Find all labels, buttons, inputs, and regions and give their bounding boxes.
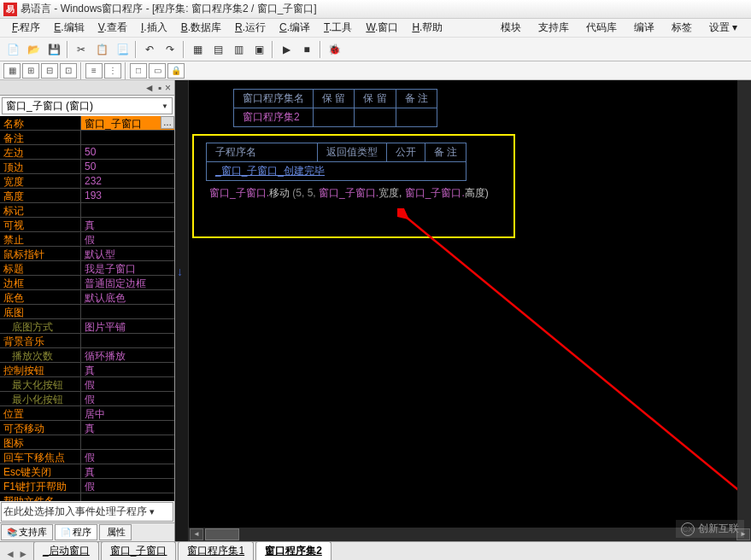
subroutine-name-cell[interactable]: _窗口_子窗口_创建完毕: [207, 162, 466, 181]
prop-value[interactable]: 193: [81, 189, 174, 202]
prop-row-回车下移焦点[interactable]: 回车下移焦点假: [0, 450, 174, 464]
prop-value[interactable]: 真: [81, 421, 174, 435]
code-editor[interactable]: ↓ 窗口程序集名保 留保 留备 注 窗口程序集2 子程序名返回值类型公开备 注 …: [175, 80, 751, 541]
prop-value[interactable]: [81, 435, 174, 449]
prop-row-F1键打开帮助[interactable]: F1键打开帮助假: [0, 479, 174, 493]
layout4-button[interactable]: ▣: [249, 40, 268, 59]
prop-row-高度[interactable]: 高度193: [0, 189, 174, 203]
prop-value[interactable]: 假: [81, 232, 174, 246]
editor-tab-_启动窗口[interactable]: _启动窗口: [33, 541, 99, 560]
copy-button[interactable]: 📋: [92, 40, 111, 59]
assembly-name-cell[interactable]: 窗口程序集2: [234, 108, 314, 127]
prop-value[interactable]: 假: [81, 450, 174, 464]
prop-value[interactable]: 我是子窗口: [81, 261, 174, 275]
prop-row-背景音乐[interactable]: 背景音乐: [0, 334, 174, 348]
tool-align2[interactable]: ⊟: [41, 63, 58, 79]
panel-close-icon[interactable]: ×: [163, 82, 173, 94]
horizontal-scrollbar[interactable]: ◄ ►: [189, 528, 751, 541]
prop-row-禁止[interactable]: 禁止假: [0, 232, 174, 247]
prop-value[interactable]: 真: [81, 464, 174, 478]
panel-prev-icon[interactable]: ◄: [143, 82, 156, 94]
editor-tab-窗口程序集2[interactable]: 窗口程序集2: [255, 541, 331, 560]
prop-value[interactable]: 真: [81, 218, 174, 231]
prop-row-顶边[interactable]: 顶边50: [0, 160, 174, 174]
menu-F.程序[interactable]: F.程序: [5, 19, 47, 37]
prop-row-标记[interactable]: 标记: [0, 203, 174, 218]
left-tab-程序[interactable]: 📄程序: [55, 524, 97, 540]
run-button[interactable]: ▶: [277, 40, 296, 59]
event-hint[interactable]: 在此处选择加入事件处理子程序 ▾: [1, 502, 173, 522]
prop-row-图标[interactable]: 图标: [0, 435, 174, 450]
prop-row-鼠标指针[interactable]: 鼠标指针默认型: [0, 247, 174, 261]
new-file-button[interactable]: 📄: [3, 40, 22, 59]
property-table[interactable]: 名称窗口_子窗口…备注左边50顶边50宽度232高度193标记可视真禁止假鼠标指…: [0, 116, 174, 501]
prop-row-位置[interactable]: 位置居中: [0, 406, 174, 421]
menu-right-代码库[interactable]: 代码库: [578, 19, 625, 37]
prop-row-最小化按钮[interactable]: 最小化按钮假: [0, 392, 174, 406]
prop-row-最大化按钮[interactable]: 最大化按钮假: [0, 377, 174, 392]
prop-value[interactable]: 假: [81, 377, 174, 391]
stop-button[interactable]: ■: [297, 40, 316, 59]
subroutine-table[interactable]: 子程序名返回值类型公开备 注 _窗口_子窗口_创建完毕: [206, 143, 466, 181]
prop-value[interactable]: 真: [81, 363, 174, 376]
prop-row-播放次数[interactable]: 播放次数循环播放: [0, 348, 174, 363]
prop-value[interactable]: 普通固定边框: [81, 276, 174, 289]
menu-T.工具[interactable]: T.工具: [317, 19, 359, 37]
undo-button[interactable]: ↶: [140, 40, 159, 59]
prop-row-可否移动[interactable]: 可否移动真: [0, 421, 174, 435]
prop-value[interactable]: 窗口_子窗口…: [81, 116, 174, 130]
panel-pin-icon[interactable]: ▪: [156, 82, 163, 94]
menu-V.查看[interactable]: V.查看: [91, 19, 134, 37]
menu-right-支持库[interactable]: 支持库: [530, 19, 578, 37]
prop-value[interactable]: 图片平铺: [81, 319, 174, 333]
tool-align1[interactable]: ⊞: [22, 63, 39, 79]
menu-H.帮助[interactable]: H.帮助: [405, 19, 449, 37]
prop-row-名称[interactable]: 名称窗口_子窗口…: [0, 116, 174, 131]
object-selector[interactable]: 窗口_子窗口 (窗口): [2, 97, 173, 114]
code-line[interactable]: 窗口_子窗口.移动 (5, 5, 窗口_子窗口.宽度, 窗口_子窗口.高度): [206, 184, 502, 202]
layout2-button[interactable]: ▤: [208, 40, 227, 59]
prop-row-帮助文件名[interactable]: 帮助文件名: [0, 493, 174, 501]
left-tab-属性[interactable]: 属性: [99, 524, 132, 540]
menu-R.运行[interactable]: R.运行: [228, 19, 273, 37]
prop-row-可视[interactable]: 可视真: [0, 218, 174, 232]
prop-value[interactable]: 居中: [81, 406, 174, 420]
prop-value[interactable]: 循环播放: [81, 348, 174, 362]
save-button[interactable]: 💾: [44, 40, 63, 59]
prop-value[interactable]: [81, 131, 174, 144]
tool-align3[interactable]: ⊡: [60, 63, 77, 79]
redo-button[interactable]: ↷: [161, 40, 179, 59]
tool-size1[interactable]: □: [130, 63, 147, 79]
prop-value[interactable]: 假: [81, 479, 174, 493]
prop-row-左边[interactable]: 左边50: [0, 145, 174, 160]
prop-value[interactable]: 50: [81, 145, 174, 159]
editor-tab-窗口_子窗口[interactable]: 窗口_子窗口: [101, 541, 177, 560]
menu-W.窗口[interactable]: W.窗口: [359, 19, 405, 37]
prop-row-备注[interactable]: 备注: [0, 131, 174, 145]
vertical-scrollbar[interactable]: [737, 80, 751, 528]
scroll-left-icon[interactable]: ◄: [190, 528, 203, 540]
menu-C.编译[interactable]: C.编译: [273, 19, 317, 37]
menu-E.编辑[interactable]: E.编辑: [47, 19, 91, 37]
tool-grid[interactable]: ▦: [3, 63, 21, 79]
tool-dist2[interactable]: ⋮: [104, 63, 121, 79]
left-tab-支持库[interactable]: 📚支持库: [1, 524, 53, 540]
prop-row-宽度[interactable]: 宽度232: [0, 174, 174, 189]
prop-value[interactable]: [81, 334, 174, 347]
prop-row-边框[interactable]: 边框普通固定边框: [0, 276, 174, 290]
assembly-table[interactable]: 窗口程序集名保 留保 留备 注 窗口程序集2: [233, 89, 437, 127]
paste-button[interactable]: 📃: [113, 40, 132, 59]
menu-I.插入[interactable]: I.插入: [134, 19, 174, 37]
layout3-button[interactable]: ▥: [229, 40, 248, 59]
prop-row-Esc键关闭[interactable]: Esc键关闭真: [0, 464, 174, 479]
prop-value[interactable]: 232: [81, 174, 174, 188]
prop-value[interactable]: [81, 305, 174, 318]
tool-dist1[interactable]: ≡: [85, 63, 103, 79]
prop-value[interactable]: [81, 203, 174, 217]
menu-right-模块[interactable]: 模块: [492, 19, 530, 37]
prop-row-底图[interactable]: 底图: [0, 305, 174, 319]
menu-right-编译[interactable]: 编译: [625, 19, 663, 37]
prop-value[interactable]: 50: [81, 160, 174, 173]
prop-value[interactable]: 默认型: [81, 247, 174, 260]
open-file-button[interactable]: 📂: [24, 40, 43, 59]
